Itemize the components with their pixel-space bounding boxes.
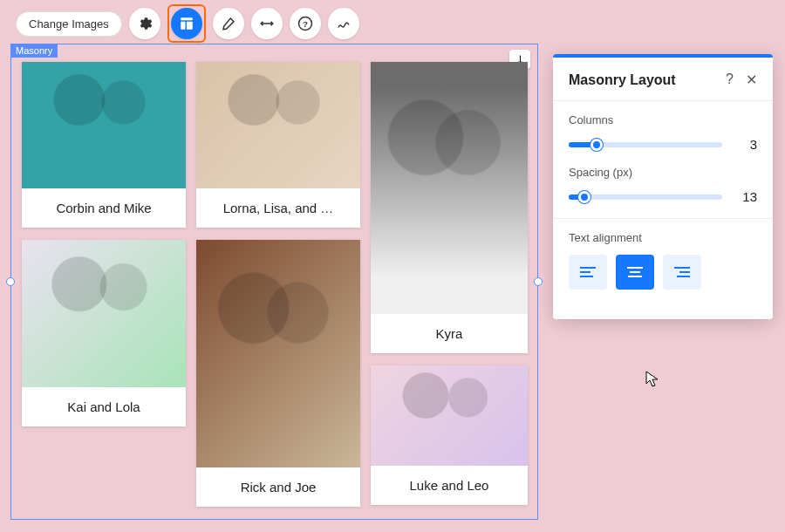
- close-icon[interactable]: ✕: [746, 72, 757, 88]
- columns-label: Columns: [569, 113, 757, 126]
- spacing-section: Spacing (px) 13: [553, 166, 773, 218]
- card-image: [371, 365, 528, 466]
- brush-icon[interactable]: [213, 8, 244, 39]
- layout-icon-highlight: [167, 4, 206, 43]
- layout-panel: Masonry Layout ? ✕ Columns 3 Spacing (px…: [553, 54, 773, 319]
- divider: [553, 218, 773, 219]
- slider-thumb[interactable]: [578, 191, 590, 203]
- gallery-card[interactable]: Corbin and Mike: [22, 62, 186, 228]
- align-left-button[interactable]: [569, 255, 607, 290]
- card-caption: Luke and Leo: [371, 466, 528, 505]
- svg-rect-1: [181, 22, 185, 30]
- card-image: [22, 62, 186, 188]
- gallery-card[interactable]: Kai and Lola: [22, 240, 186, 426]
- gallery-card[interactable]: Lorna, Lisa, and …: [196, 62, 360, 228]
- panel-header: Masonry Layout ? ✕: [553, 58, 773, 100]
- masonry-grid: Corbin and Mike Lorna, Lisa, and … Kyra …: [11, 44, 537, 519]
- layout-icon[interactable]: [171, 8, 202, 39]
- animation-icon[interactable]: [328, 8, 359, 39]
- spacing-slider[interactable]: [569, 194, 722, 200]
- gallery-card[interactable]: Kyra: [371, 62, 528, 353]
- card-caption: Kyra: [371, 314, 528, 353]
- card-caption: Kai and Lola: [22, 387, 186, 426]
- panel-help-icon[interactable]: ?: [726, 72, 734, 88]
- alignment-label: Text alignment: [569, 231, 757, 244]
- align-center-button[interactable]: [616, 255, 654, 290]
- card-caption: Corbin and Mike: [22, 188, 186, 228]
- svg-text:?: ?: [303, 19, 308, 29]
- gallery-card[interactable]: Luke and Leo: [371, 365, 528, 505]
- slider-thumb[interactable]: [590, 139, 603, 151]
- toolbar: Change Images ?: [16, 4, 359, 43]
- align-right-button[interactable]: [663, 255, 701, 290]
- divider: [553, 100, 773, 101]
- resize-icon[interactable]: [251, 8, 283, 39]
- card-caption: Lorna, Lisa, and …: [196, 188, 360, 228]
- columns-value: 3: [734, 137, 757, 152]
- panel-title: Masonry Layout: [569, 72, 676, 88]
- change-images-button[interactable]: Change Images: [16, 11, 122, 37]
- cursor-icon: [645, 371, 659, 388]
- svg-rect-0: [181, 17, 193, 20]
- spacing-value: 13: [734, 189, 757, 204]
- card-image: [22, 240, 186, 387]
- gear-icon[interactable]: [129, 8, 160, 39]
- card-image: [196, 62, 360, 188]
- gallery-selection[interactable]: Masonry ⤓ Corbin and Mike Lorna, Lisa, a…: [10, 44, 538, 520]
- columns-slider[interactable]: [569, 142, 722, 147]
- card-image: [196, 240, 360, 467]
- help-icon[interactable]: ?: [290, 8, 321, 39]
- card-image: [371, 62, 528, 314]
- columns-section: Columns 3: [553, 113, 773, 166]
- card-caption: Rick and Joe: [196, 467, 360, 507]
- alignment-section: Text alignment: [553, 231, 773, 304]
- spacing-label: Spacing (px): [569, 166, 757, 179]
- svg-rect-2: [187, 22, 193, 30]
- gallery-card[interactable]: Rick and Joe: [196, 240, 360, 507]
